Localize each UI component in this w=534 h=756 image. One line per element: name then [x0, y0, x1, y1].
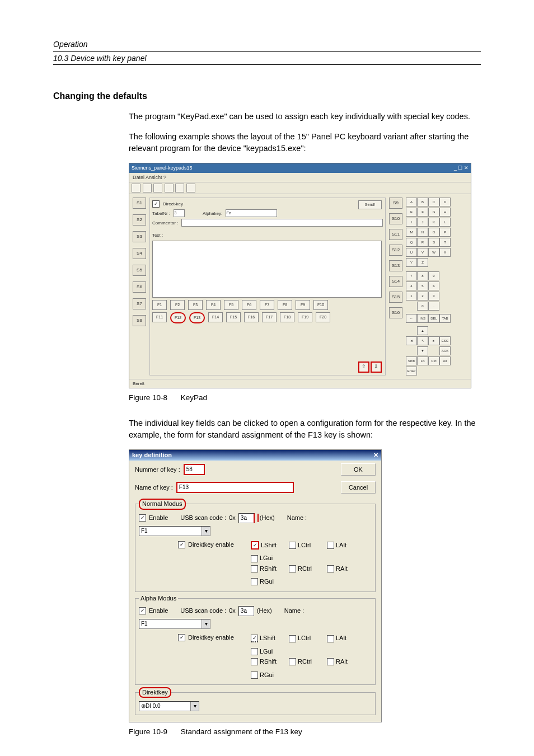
chevron-down-icon[interactable]: ▾ — [202, 527, 210, 536]
grid-key[interactable]: J — [417, 218, 428, 227]
f-key[interactable]: F8 — [278, 300, 292, 310]
f-key[interactable]: F4 — [206, 300, 221, 310]
menubar[interactable]: Datei Ansicht ? — [129, 173, 471, 183]
arrow-up-button[interactable]: ⇧ — [358, 361, 369, 373]
s-key[interactable]: S1 — [133, 198, 146, 209]
f-key[interactable]: F1 — [152, 300, 167, 310]
enable-checkbox[interactable] — [139, 514, 146, 522]
enable-checkbox[interactable] — [139, 607, 146, 614]
rshift-checkbox[interactable] — [251, 658, 258, 665]
f-key-f12[interactable]: F12 — [170, 312, 186, 323]
grid-key[interactable]: 3 — [428, 292, 439, 300]
directkey-enable-checkbox[interactable] — [178, 634, 185, 641]
numkey-field[interactable]: 58 — [184, 464, 205, 475]
grid-key[interactable]: L — [439, 218, 451, 227]
rgui-checkbox[interactable] — [251, 672, 258, 679]
f-key[interactable]: F3 — [188, 300, 203, 310]
grid-key[interactable]: 6 — [428, 281, 439, 290]
f-key[interactable]: F20 — [316, 312, 330, 322]
f-key[interactable]: F19 — [298, 312, 312, 322]
grid-key[interactable]: 2 — [417, 292, 428, 300]
s-key[interactable]: S9 — [389, 198, 402, 209]
toolbar-btn[interactable] — [165, 184, 174, 192]
grid-key[interactable]: A — [406, 198, 417, 206]
test-textarea[interactable] — [152, 241, 382, 298]
ralt-checkbox[interactable] — [327, 565, 334, 572]
comment-field[interactable] — [181, 219, 383, 227]
f-key[interactable]: F10 — [313, 300, 328, 310]
s-key[interactable]: S13 — [389, 260, 402, 271]
grid-key[interactable]: M — [406, 228, 417, 237]
toolbar-btn[interactable] — [186, 184, 195, 192]
lalt-checkbox[interactable] — [327, 542, 334, 549]
grid-key[interactable]: 7 — [406, 271, 417, 280]
chevron-down-icon[interactable]: ▾ — [190, 702, 199, 711]
grid-key[interactable]: T — [439, 238, 451, 247]
grid-key[interactable]: Z — [417, 258, 428, 267]
grid-key[interactable]: O — [428, 228, 439, 237]
grid-key[interactable]: ← — [406, 314, 417, 323]
s-key[interactable]: S4 — [133, 248, 146, 259]
s-key[interactable]: S3 — [133, 231, 146, 242]
grid-key[interactable]: Fn — [417, 356, 428, 365]
grid-key[interactable]: W — [428, 248, 439, 257]
f-key[interactable]: F2 — [170, 300, 185, 310]
grid-key[interactable]: ESC — [439, 336, 451, 345]
grid-key[interactable]: ◄ — [406, 336, 417, 345]
grid-key[interactable]: Alt — [439, 356, 451, 365]
grid-key[interactable]: ► — [428, 336, 439, 345]
s-key[interactable]: S5 — [133, 265, 146, 276]
s-key[interactable]: S14 — [389, 276, 402, 287]
grid-key[interactable]: P — [439, 228, 451, 237]
grid-key[interactable]: U — [406, 248, 417, 257]
grid-key[interactable]: DEL — [428, 314, 439, 323]
f-key[interactable]: F15 — [226, 312, 241, 322]
f-key[interactable]: F18 — [280, 312, 294, 322]
s-key[interactable]: S7 — [133, 298, 146, 309]
rgui-checkbox[interactable] — [251, 578, 258, 585]
window-controls[interactable]: _ ☐ ✕ — [454, 165, 469, 172]
tablenr-field[interactable]: 3 — [174, 209, 185, 217]
grid-key[interactable]: S — [428, 238, 439, 247]
s-key[interactable]: S15 — [389, 292, 402, 303]
lgui-checkbox[interactable] — [251, 555, 258, 562]
toolbar-btn[interactable] — [153, 184, 162, 192]
cancel-button[interactable]: Cancel — [341, 481, 376, 494]
f-key[interactable]: F5 — [224, 300, 238, 310]
grid-key[interactable]: . — [428, 302, 439, 311]
grid-key[interactable]: 8 — [417, 271, 428, 280]
grid-key[interactable]: X — [439, 248, 451, 257]
grid-key[interactable]: ↖ — [417, 336, 428, 345]
lshift-checkbox[interactable] — [251, 541, 259, 550]
grid-key[interactable]: I — [406, 218, 417, 227]
scancode-field[interactable]: 3a — [238, 606, 254, 616]
toolbar-btn[interactable] — [143, 184, 152, 192]
rctrl-checkbox[interactable] — [289, 658, 296, 665]
grid-key[interactable]: C — [428, 198, 439, 206]
f-key[interactable]: F11 — [152, 312, 167, 322]
grid-key[interactable]: D — [439, 198, 451, 206]
grid-key[interactable]: B — [417, 198, 428, 206]
close-icon[interactable]: ✕ — [373, 451, 378, 459]
lshift-checkbox[interactable] — [251, 635, 258, 642]
grid-key[interactable]: Y — [406, 258, 417, 267]
directkey-enable-checkbox[interactable] — [178, 541, 185, 548]
s-key[interactable]: S6 — [133, 281, 146, 293]
alphakey-field[interactable]: Fn — [226, 209, 277, 217]
f-key[interactable]: F7 — [260, 300, 274, 310]
s-key[interactable]: S10 — [389, 213, 402, 224]
s-key[interactable]: S11 — [389, 229, 402, 240]
grid-key[interactable]: ACK — [439, 346, 451, 355]
grid-key[interactable]: Shift — [406, 356, 417, 365]
grid-key[interactable]: 4 — [406, 281, 417, 290]
s-key[interactable]: S12 — [389, 245, 402, 256]
grid-key[interactable]: V — [417, 248, 428, 257]
f-key-f13[interactable]: F13 — [189, 312, 205, 323]
grid-key[interactable]: ▲ — [417, 326, 428, 335]
grid-key[interactable]: 1 — [406, 292, 417, 300]
grid-key[interactable]: Q — [406, 238, 417, 247]
f-key[interactable]: F6 — [242, 300, 256, 310]
ok-button[interactable]: OK — [341, 463, 376, 476]
s-key[interactable]: S2 — [133, 214, 146, 226]
grid-key[interactable]: N — [417, 228, 428, 237]
